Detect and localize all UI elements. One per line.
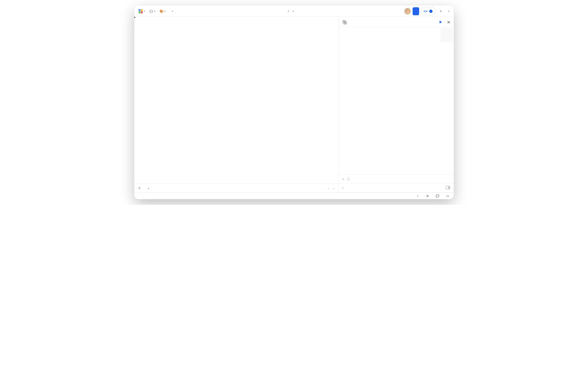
palette-icon: 🎨 <box>159 9 164 13</box>
panel-layout-button[interactable] <box>446 186 450 190</box>
chevron-down-icon: ▾ <box>154 10 155 12</box>
status-feedback[interactable]: 💬 <box>436 194 441 198</box>
color-menu-button[interactable]: 🎨 ▾ <box>158 7 167 15</box>
check-icon: ✓ <box>416 194 420 198</box>
result-line: ↳ <box>339 174 454 183</box>
status-version: ⊶ <box>446 194 450 198</box>
postgres-icon: 🐘 <box>342 19 348 25</box>
code-header: 🐘 ✕ <box>339 17 454 27</box>
commit-icon: ⊶ <box>446 194 449 198</box>
minimap[interactable] <box>441 28 452 43</box>
tabs-next-button[interactable]: › <box>332 186 336 190</box>
number-format-button[interactable]: ▾ <box>168 7 176 15</box>
code-panel: 🐘 ✕ ↳ <box>339 17 454 193</box>
document-title: / ▾ <box>177 9 403 13</box>
tabs-prev-button[interactable]: ‹ <box>326 186 331 190</box>
code-angle-icon: <> <box>424 9 427 13</box>
app-logo-icon <box>139 9 143 13</box>
chat-icon: 💬 <box>436 194 439 198</box>
collapse-tabs-button[interactable]: › <box>342 186 344 190</box>
active-cell-outline <box>134 17 135 18</box>
grid-scroll[interactable] <box>134 17 338 184</box>
add-sheet-button[interactable]: + <box>136 186 143 191</box>
run-button[interactable] <box>439 20 443 25</box>
return-arrow-icon: ↳ <box>342 177 344 181</box>
data-range-outline <box>134 17 135 17</box>
zoom-control[interactable]: ▾ <box>446 10 451 12</box>
code-menu-button[interactable]: {} ▾ <box>148 7 157 15</box>
status-dot <box>429 10 433 13</box>
breadcrumb-separator: / <box>288 9 289 13</box>
list-search-icon: ⌖ <box>440 9 442 13</box>
panel-tabs: › <box>339 183 454 193</box>
sheet-tabs: + ▾ ‹ › <box>134 184 338 193</box>
status-bar: ✓ ⚙ 💬 ⊶ <box>134 193 454 199</box>
code-editor[interactable] <box>339 27 454 174</box>
status-kernel[interactable]: ⚙ <box>426 194 431 198</box>
chevron-down-icon[interactable]: ▾ <box>293 10 294 12</box>
share-button[interactable] <box>413 7 419 15</box>
command-palette-button[interactable]: ⌖ <box>437 7 444 15</box>
avatar[interactable] <box>404 8 411 15</box>
code-lines[interactable] <box>342 27 454 29</box>
chevron-down-icon: ▾ <box>448 10 449 12</box>
result-array-tag <box>347 177 350 181</box>
topbar: ▾ {} ▾ 🎨 ▾ ▾ / ▾ <> ⌖ <box>134 6 454 17</box>
main-area: + ▾ ‹ › 🐘 <box>134 17 454 193</box>
code-toggle-pill[interactable]: <> <box>420 7 436 15</box>
app-window: ▾ {} ▾ 🎨 ▾ ▾ / ▾ <> ⌖ <box>134 6 454 199</box>
spreadsheet-panel: + ▾ ‹ › <box>134 17 339 193</box>
chevron-down-icon: ▾ <box>172 10 173 12</box>
svg-rect-1 <box>448 186 450 189</box>
sheet-tab[interactable]: ▾ <box>144 186 152 191</box>
status-connected: ✓ <box>416 194 421 198</box>
line-gutter <box>339 27 342 29</box>
gear-icon: ⚙ <box>426 194 429 198</box>
chevron-down-icon: ▾ <box>164 10 166 12</box>
chevron-down-icon: ▾ <box>144 10 145 12</box>
braces-icon: {} <box>149 9 153 13</box>
chevron-down-icon: ▾ <box>148 187 149 190</box>
close-button[interactable]: ✕ <box>447 20 450 25</box>
app-menu-button[interactable]: ▾ <box>137 7 146 15</box>
